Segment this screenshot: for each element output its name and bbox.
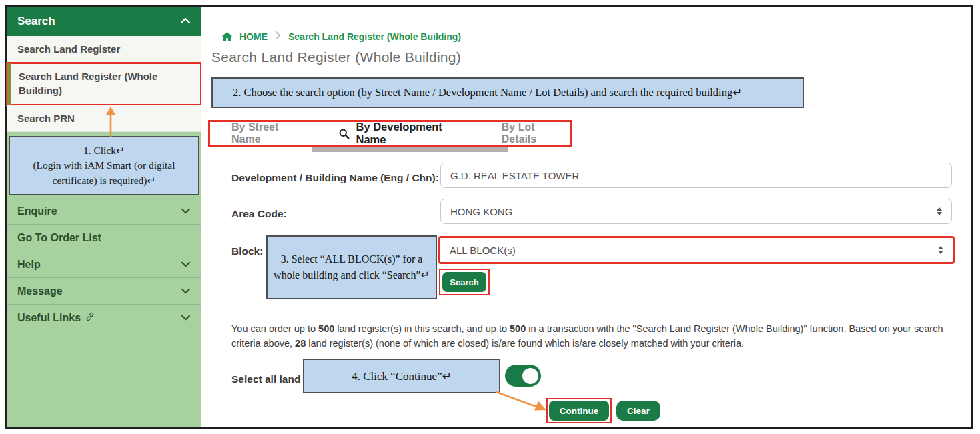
active-item-indicator [7,63,11,105]
annotation-callout-4: 4. Click “Continue”↵ [303,359,500,393]
sidebar-item-search-land-register-whole-building[interactable]: Search Land Register (Whole Building) [7,63,201,105]
screenshot-stage: Search Search Land Register Search Land … [0,0,980,434]
area-code-value: HONG KONG [450,206,512,217]
chevron-down-icon [181,312,191,324]
sidebar-item-label: Help [17,259,41,271]
notice-found-count: 28 [295,338,306,349]
sidebar-filler [7,331,201,427]
sidebar-item-label: Enquire [17,205,57,217]
sidebar-item-go-to-order-list[interactable]: Go To Order List [7,225,201,251]
annotation-step-text: 4. Click “Continue”↵ [352,369,452,383]
tab-by-street-name[interactable]: By Street Name [231,121,308,145]
chevron-down-icon [181,205,191,217]
main-content: HOME Search Land Register (Whole Buildin… [201,7,971,427]
area-code-label: Area Code: [231,208,287,220]
annotation-callout-2: 2. Choose the search option (by Street N… [211,77,804,108]
annotation-step-text: 1. Click↵ [14,143,194,158]
search-button[interactable]: Search [442,272,486,292]
continue-button[interactable]: Continue [549,401,609,421]
sidebar-item-label: Search PRN [17,113,75,124]
tab-by-lot-details[interactable]: By Lot Details [502,121,570,145]
annotation-note-text: (Login with iAM Smart (or digital certif… [14,158,194,188]
notice-segment: land register(s) in this search, and up … [334,323,510,334]
annotation-callout-1: 1. Click↵ (Login with iAM Smart (or digi… [9,136,199,195]
select-all-toggle[interactable] [505,365,541,387]
link-icon [85,312,95,324]
breadcrumb-current: Search Land Register (Whole Building) [288,31,461,42]
page-title: Search Land Register (Whole Building) [211,49,461,65]
home-icon [221,31,233,42]
sidebar-item-label: Search Land Register [17,43,120,55]
block-value: ALL BLOCK(s) [450,245,516,256]
chevron-right-icon [274,31,282,42]
notice-transaction-max: 500 [510,323,526,334]
sidebar-item-useful-links[interactable]: Useful Links [7,305,201,331]
sidebar-item-label: Go To Order List [17,232,101,244]
annotation-arrow-2 [494,388,552,417]
select-arrows-icon [937,207,942,215]
sidebar-section-label: Search [17,15,55,28]
sidebar-item-search-land-register[interactable]: Search Land Register [7,36,201,63]
sidebar-item-message[interactable]: Message [7,278,201,305]
annotation-step-text: whole building and click “Search”↵ [274,267,430,283]
notice-segment: land register(s) (none of which are clos… [306,338,744,349]
sidebar-item-label: Search Land Register (Whole Building) [17,70,195,97]
breadcrumb-home-link[interactable]: HOME [239,31,268,42]
search-option-tabbar: By Street Name By Development Name By Lo… [208,120,572,147]
annotation-step-text: 2. Choose the search option (by Street N… [233,86,742,99]
search-button-highlight: Search [439,269,490,295]
block-label: Block: [231,245,263,257]
breadcrumb: HOME Search Land Register (Whole Buildin… [221,31,461,42]
sidebar: Search Search Land Register Search Land … [7,7,201,427]
sidebar-item-enquire[interactable]: Enquire [7,198,201,225]
sidebar-item-search-prn[interactable]: Search PRN [7,105,201,132]
sidebar-section-search[interactable]: Search [7,7,201,36]
sidebar-item-label: Message [17,285,63,297]
notice-max-count: 500 [318,323,334,334]
app-frame: Search Search Land Register Search Land … [5,5,973,429]
sidebar-item-help[interactable]: Help [7,251,201,278]
area-code-select[interactable]: HONG KONG [440,199,952,224]
tab-label: By Development Name [356,121,470,146]
annotation-callout-3: 3. Select “ALL BLOCK(s)” for a whole bui… [266,235,437,299]
chevron-down-icon [181,259,191,271]
active-tab-underline [312,147,508,152]
result-notice-text: You can order up to 500 land register(s)… [231,321,967,351]
chevron-down-icon [181,285,191,297]
toggle-knob [521,367,540,385]
select-arrows-icon [938,246,943,254]
annotation-step-text: 3. Select “ALL BLOCK(s)” for a [281,251,423,267]
sidebar-item-label: Useful Links [17,312,81,324]
chevron-up-icon [180,15,191,28]
development-name-label: Development / Building Name (Eng / Chn): [231,172,439,184]
search-icon [338,128,350,139]
development-name-input[interactable] [440,163,952,188]
sidebar-submenu: Search Land Register Search Land Registe… [7,36,201,132]
notice-segment: You can order up to [231,323,318,334]
clear-button[interactable]: Clear [616,401,660,421]
continue-button-highlight: Continue [546,398,612,423]
block-select[interactable]: ALL BLOCK(s) [438,236,955,264]
tab-by-development-name[interactable]: By Development Name [338,121,470,146]
